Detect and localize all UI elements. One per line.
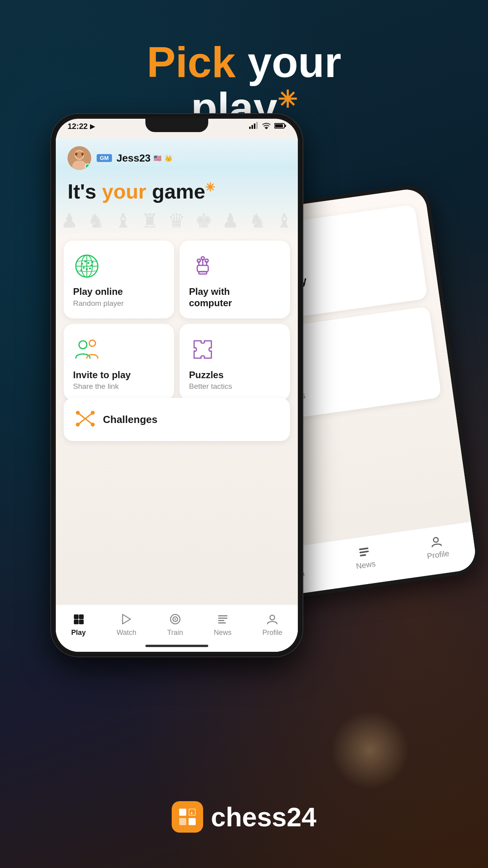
invite-play-subtitle: Share the link	[73, 382, 119, 391]
nav-profile-label: Profile	[262, 629, 283, 637]
svg-rect-66	[179, 809, 186, 816]
nav-profile[interactable]: Profile	[262, 612, 283, 637]
profile-nav-icon	[265, 612, 279, 626]
svg-point-51	[91, 411, 95, 415]
nav-news-label: News	[214, 629, 231, 637]
svg-point-33	[88, 262, 90, 264]
svg-point-38	[81, 269, 83, 271]
puzzles-icon	[189, 336, 216, 363]
game-options-grid: Play online Random player	[64, 241, 290, 400]
gm-badge: GM	[97, 154, 112, 162]
play-nav-icon	[72, 612, 86, 626]
play-computer-card[interactable]: Play withcomputer	[180, 241, 290, 318]
chess24-logo-icon	[172, 801, 203, 833]
bg-nav-profile[interactable]: Profile	[424, 534, 450, 561]
svg-rect-64	[218, 622, 226, 623]
main-phone: 12:22 ▶	[51, 114, 303, 657]
invite-play-icon	[73, 336, 101, 363]
puzzles-title: Puzzles	[189, 370, 224, 381]
svg-point-26	[81, 153, 84, 156]
nav-play[interactable]: Play	[71, 612, 86, 637]
avatar[interactable]	[68, 146, 91, 170]
svg-point-50	[91, 423, 95, 427]
svg-point-34	[91, 265, 93, 267]
svg-rect-41	[197, 265, 208, 272]
svg-rect-62	[218, 618, 227, 619]
title-asterisk: ✳	[205, 181, 215, 194]
nav-watch[interactable]: Watch	[117, 612, 136, 637]
svg-rect-69	[189, 818, 196, 825]
challenges-section[interactable]: Challenges	[64, 398, 290, 441]
username: Jess23	[117, 152, 151, 164]
svg-rect-20	[285, 125, 286, 127]
battery-icon	[274, 122, 286, 131]
svg-point-42	[197, 259, 200, 262]
svg-point-37	[89, 268, 91, 270]
nav-watch-label: Watch	[117, 629, 136, 637]
svg-point-25	[75, 153, 77, 156]
svg-rect-14	[251, 125, 253, 129]
svg-point-43	[201, 257, 204, 260]
chess-pieces-decoration: ♟♞♝♜♛♚♟♞♝	[56, 201, 298, 241]
watch-nav-icon	[119, 612, 134, 626]
svg-marker-57	[123, 614, 130, 624]
status-gps-icon: ▶	[90, 123, 95, 130]
hero-pick-text: Pick	[147, 38, 235, 86]
svg-point-39	[92, 261, 94, 263]
nav-news[interactable]: News	[214, 612, 231, 637]
svg-point-49	[76, 411, 80, 415]
svg-rect-15	[254, 123, 255, 129]
svg-point-46	[89, 340, 95, 346]
challenges-title: Challenges	[103, 414, 158, 426]
svg-point-12	[433, 537, 439, 542]
play-online-subtitle: Random player	[73, 299, 124, 308]
svg-point-36	[86, 268, 88, 270]
svg-rect-63	[218, 620, 224, 621]
svg-rect-61	[218, 615, 227, 616]
light-burst-decoration	[331, 711, 409, 789]
svg-point-32	[84, 261, 86, 263]
play-computer-icon	[189, 252, 216, 280]
play-online-card[interactable]: Play online Random player	[64, 241, 174, 318]
hero-asterisk: ✳	[277, 86, 297, 113]
train-nav-icon	[168, 612, 182, 626]
svg-rect-54	[79, 614, 84, 619]
svg-rect-10	[359, 550, 369, 553]
nav-train[interactable]: Train	[167, 612, 183, 637]
svg-point-31	[81, 263, 83, 265]
title-its: It's	[68, 180, 102, 203]
bg-nav-news[interactable]: News	[353, 544, 376, 570]
chess24-logo-text: chess24	[211, 802, 316, 832]
online-indicator	[85, 164, 90, 169]
svg-rect-67	[179, 818, 186, 825]
svg-rect-13	[249, 127, 251, 129]
svg-rect-55	[74, 620, 79, 624]
svg-point-60	[174, 618, 176, 620]
svg-point-17	[266, 128, 267, 129]
play-online-title: Play online	[73, 286, 123, 298]
svg-rect-56	[79, 620, 84, 624]
user-info: GM Jess23 🇺🇸 👑	[97, 152, 172, 164]
nav-play-label: Play	[71, 629, 86, 637]
chess24-logo: chess24	[0, 801, 488, 833]
play-computer-title: Play withcomputer	[189, 286, 232, 309]
svg-point-45	[79, 341, 87, 349]
news-nav-icon	[216, 612, 230, 626]
title-your: your	[102, 180, 152, 203]
app-title: It's your game✳	[68, 180, 215, 203]
svg-rect-16	[256, 122, 258, 129]
phone-notch	[145, 119, 208, 132]
invite-play-card[interactable]: Invite to play Share the link	[64, 324, 174, 401]
title-game: game	[152, 180, 205, 203]
svg-point-52	[76, 423, 80, 427]
user-flag-us: 🇺🇸	[154, 154, 161, 162]
puzzles-subtitle: Better tactics	[189, 382, 232, 391]
svg-rect-11	[360, 554, 366, 556]
user-profile-row[interactable]: GM Jess23 🇺🇸 👑	[68, 146, 172, 170]
play-online-icon	[73, 252, 101, 280]
svg-point-35	[83, 267, 85, 269]
signal-icon	[249, 122, 259, 131]
status-time-display: 12:22	[68, 122, 88, 131]
puzzles-card[interactable]: Puzzles Better tactics	[180, 324, 290, 401]
svg-point-44	[205, 259, 208, 262]
